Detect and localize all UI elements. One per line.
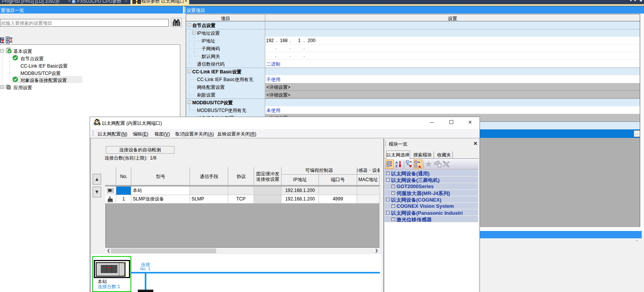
svg-text:Z: Z [395, 164, 398, 168]
